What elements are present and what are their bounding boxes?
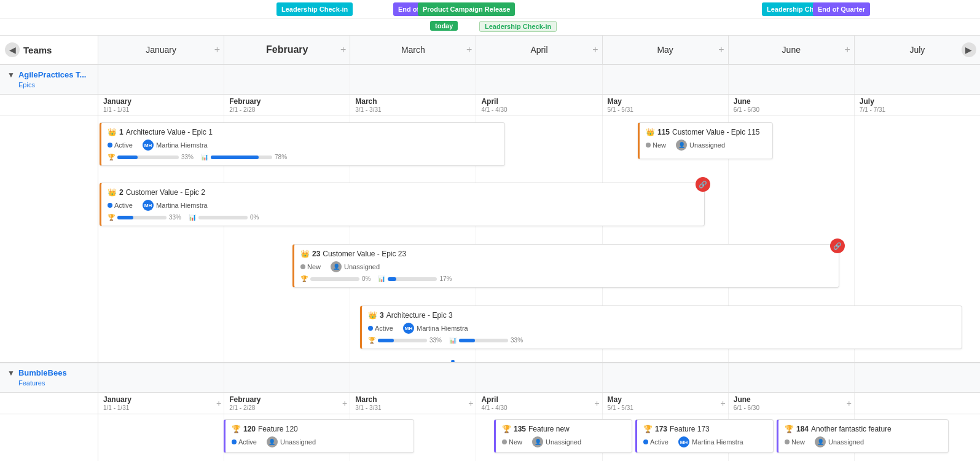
add-jan[interactable]: + (214, 44, 220, 55)
epic3-title: Architecture - Epic 3 (386, 311, 453, 320)
agile-team-months (98, 65, 980, 94)
content-area: ▼ AgilePractices T... Epics (0, 65, 980, 461)
timeline-container: Leadership Check-in End of Quarter Produ… (0, 0, 980, 461)
add-apr[interactable]: + (592, 44, 598, 55)
milestone-product-campaign: Product Campaign Release (418, 2, 515, 16)
bb-sub-months: January 1/1 - 1/31 + February 2/1 - 2/28… (98, 393, 980, 414)
agile-jun-cell (729, 65, 855, 94)
epic23-crown: 👑 (300, 250, 310, 258)
feat135-num: 135 (514, 425, 526, 433)
teams-label: Teams (23, 45, 52, 55)
feature-card-135[interactable]: 🏆 135 Feature new New 👤 Unassigned (494, 419, 632, 453)
epic115-assignee: 👤 Unassigned (676, 140, 725, 151)
bumblebees-team-type[interactable]: Features (18, 379, 45, 387)
bb-mar-cell (350, 363, 476, 392)
feat184-num: 184 (796, 425, 809, 433)
team-section-bumblebees: ▼ BumbleBees Features (0, 363, 980, 461)
bb-add-mar[interactable]: + (468, 398, 473, 408)
epic2-title: Customer Value - Epic 2 (126, 188, 205, 197)
add-jun[interactable]: + (845, 44, 850, 55)
epic2-num: 2 (119, 188, 123, 197)
feat173-icon: 🏆 (643, 425, 653, 433)
feat173-title: Feature 173 (670, 425, 710, 433)
bb-sub-jan: January 1/1 - 1/31 + (98, 393, 224, 414)
bumblebees-team-name[interactable]: BumbleBees (18, 368, 67, 377)
bb-jun-cell (729, 363, 855, 392)
team-collapse-agile[interactable]: ▼ (7, 71, 15, 79)
epic-card-3[interactable]: 👑 3 Architecture - Epic 3 Active MH (360, 305, 962, 349)
bb-apr-cell (476, 363, 602, 392)
epic3-status: Active (368, 325, 393, 332)
bb-add-feb[interactable]: + (342, 398, 347, 408)
teams-header-cell: ◀ Teams (0, 36, 98, 64)
agile-epics-sidebar (0, 116, 98, 362)
epic2-status: Active (108, 202, 133, 209)
feat120-num: 120 (243, 425, 256, 433)
epic2-assignee: MH Martina Hiemstra (143, 200, 208, 211)
epic115-title: Customer Value - Epic 115 (672, 128, 760, 136)
epic-card-23[interactable]: 🔗 👑 23 Customer Value - Epic 23 New (292, 244, 839, 288)
bb-add-may[interactable]: + (721, 398, 726, 408)
bb-month-subheader: January 1/1 - 1/31 + February 2/1 - 2/28… (0, 393, 980, 414)
epic3-assignee: MH Martina Hiemstra (403, 323, 468, 334)
feat135-assignee: 👤 Unassigned (532, 436, 581, 447)
epic-card-115[interactable]: 👑 115 Customer Value - Epic 115 New 👤 (638, 122, 773, 159)
add-may[interactable]: + (718, 44, 724, 55)
agile-sub-feb: February 2/1 - 2/28 (224, 95, 350, 116)
month-cell-feb: February + (224, 36, 350, 64)
bb-jan-cell (98, 363, 224, 392)
team-collapse-bumblebees[interactable]: ▼ (7, 369, 15, 377)
agile-team-name[interactable]: AgilePractices T... (18, 70, 87, 79)
epic115-crown: 👑 (646, 128, 655, 136)
epic1-num: 1 (119, 128, 123, 136)
bb-sub-mar: March 3/1 - 3/31 + (350, 393, 476, 414)
agile-sub-months: January 1/1 - 1/31 February 2/1 - 2/28 M… (98, 95, 980, 116)
bb-sub-jun: June 6/1 - 6/30 + (729, 393, 855, 414)
agile-sub-jan: January 1/1 - 1/31 (98, 95, 224, 116)
agile-sub-may: May 5/1 - 5/31 (603, 95, 729, 116)
epic115-num: 115 (657, 128, 670, 136)
agile-may-cell (603, 65, 729, 94)
nav-next-button[interactable]: ▶ (962, 42, 976, 57)
bb-feb-cell (224, 363, 350, 392)
feat120-assignee: 👤 Unassigned (267, 436, 316, 447)
agile-sub-apr: April 4/1 - 4/30 (476, 95, 602, 116)
month-cell-apr: April + (476, 36, 602, 64)
bb-sub-feb: February 2/1 - 2/28 + (224, 393, 350, 414)
bumblebees-team-months (98, 363, 980, 392)
bb-jul-cell (855, 363, 980, 392)
month-cell-may: May + (603, 36, 729, 64)
add-feb[interactable]: + (340, 44, 346, 55)
agile-epics-area: 👑 1 Architecture Value - Epic 1 Active M… (0, 116, 980, 362)
epic23-link-badge[interactable]: 🔗 (830, 238, 845, 253)
epic-card-1[interactable]: 👑 1 Architecture Value - Epic 1 Active M… (100, 122, 505, 166)
epic-card-2[interactable]: 🔗 👑 2 Customer Value - Epic 2 Active (100, 183, 705, 226)
feat120-title: Feature 120 (258, 425, 298, 433)
milestone-leadership-checkin-1: Leadership Check-in (276, 2, 353, 16)
bb-features-timeline: 🏆 120 Feature 120 Active 👤 Unassig (98, 414, 980, 461)
bumblebees-team-sidebar: ▼ BumbleBees Features (0, 363, 98, 392)
epic23-assignee: 👤 Unassigned (331, 261, 380, 272)
add-mar[interactable]: + (466, 44, 472, 55)
epic3-num: 3 (380, 311, 384, 320)
month-cell-jan: January + (98, 36, 224, 64)
teams-month-header: ◀ Teams January + February + March + Apr… (0, 36, 980, 65)
bb-add-jan[interactable]: + (216, 398, 221, 408)
checkin-badge: Leadership Check-in (479, 21, 557, 32)
bb-may-cell (603, 363, 729, 392)
bb-sub-sidebar (0, 393, 98, 414)
epic1-crown: 👑 (108, 128, 117, 136)
feat173-assignee: MH Martina Hiemstra (678, 436, 743, 447)
bb-add-jun[interactable]: + (847, 398, 852, 408)
epic23-num: 23 (312, 250, 320, 258)
agile-team-type[interactable]: Epics (18, 81, 35, 89)
feature-card-120[interactable]: 🏆 120 Feature 120 Active 👤 Unassig (224, 419, 414, 453)
feature-card-184[interactable]: 🏆 184 Another fantastic feature New 👤 (777, 419, 949, 453)
month-labels-row: January + February + March + April + May… (98, 36, 980, 64)
nav-prev-button[interactable]: ◀ (5, 42, 20, 57)
agile-apr-cell (476, 65, 602, 94)
bb-add-apr[interactable]: + (594, 398, 599, 408)
feature-card-173[interactable]: 🏆 173 Feature 173 Active MH Martina (635, 419, 774, 453)
agile-jan-cell (98, 65, 224, 94)
epic2-link-badge[interactable]: 🔗 (696, 177, 710, 192)
